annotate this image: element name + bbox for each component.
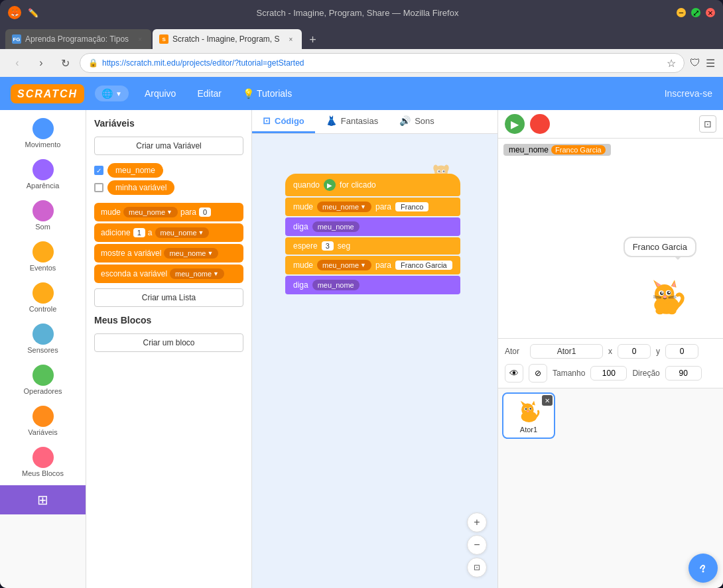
mude1-block[interactable]: mude meu_nome ▼ para Franco [285,198,460,216]
lock-icon: 🔒 [88,58,98,68]
add-sprite-button[interactable] [689,554,718,583]
criar-bloco-button[interactable]: Criar um bloco [94,333,243,352]
zoom-fit-button[interactable]: ⊡ [467,558,487,577]
svg-point-35 [529,408,531,410]
operadores-dot [33,365,54,386]
sidebar-item-meus-blocos[interactable]: Meus Blocos [3,444,83,480]
editar-menu[interactable]: Editar [192,86,227,101]
tab-sons[interactable]: 🔊 Sons [389,110,445,133]
franco-garcia-input[interactable]: Franco Garcia [395,261,452,270]
minha-variavel-checkbox[interactable] [94,183,103,192]
criar-variavel-button[interactable]: Criar uma Variável [94,137,243,155]
forward-button[interactable]: › [32,54,50,72]
bookmark-icon[interactable]: ☆ [667,57,676,70]
categories-list: Movimento Aparência Som Eventos [0,110,86,485]
esconda-block[interactable]: esconda a variável meu_nome ▼ [94,265,243,283]
url-bar[interactable]: 🔒 https://scratch.mit.edu/projects/edito… [80,53,685,73]
sidebar-item-operadores[interactable]: Operadores [3,362,83,398]
ideas-icon: 💡 [243,88,254,99]
language-button[interactable]: 🌐 ▼ [95,86,129,101]
sprite-thumbnail [514,398,544,424]
direcao-label: Direção [632,369,659,378]
franco-input[interactable]: Franco [395,202,428,211]
minimize-button[interactable]: − [677,8,686,17]
title-bar: 🦊 ✏️ Scratch - Imagine, Program, Share —… [0,0,723,25]
scratch-logo: SCRATCH [11,84,84,103]
x-input[interactable] [618,344,651,359]
mostre-block[interactable]: mostre a variável meu_nome ▼ [94,244,243,263]
back-button[interactable]: ‹ [8,54,27,72]
mude-input[interactable]: 0 [199,207,211,217]
sprite-name-label: Ator1 [520,426,537,434]
criar-lista-button[interactable]: Criar uma Lista [94,288,243,307]
svg-point-7 [443,170,445,172]
right-panel: ▶ ⊡ meu_nome Franco Garcia [497,110,723,588]
shield-icon[interactable]: 🛡 [690,57,700,69]
sidebar-item-controle[interactable]: Controle [3,280,83,316]
green-flag-button[interactable]: ▶ [505,114,525,134]
tab-scratch[interactable]: S Scratch - Imagine, Program, S × [153,29,302,49]
adicione-input[interactable]: 1 [133,228,145,237]
sidebar-item-aparencia[interactable]: Aparência [3,156,83,192]
adicione-block[interactable]: adicione 1 a meu_nome ▼ [94,223,243,242]
svg-point-10 [655,284,674,304]
hat-block[interactable]: quando ▶ for clicado [285,174,460,196]
tab-learn-close[interactable]: × [135,34,145,44]
close-button[interactable]: × [706,8,715,17]
tab-scratch-close[interactable]: × [286,34,295,44]
variable-minha-variavel-row: minha variável [94,180,243,195]
tab-fantasias[interactable]: 👗 Fantasias [315,110,389,133]
actor-info: Ator x y 👁 ⊘ Tamanho Direção [498,338,723,388]
mude-block[interactable]: mude meu_nome ▼ para 0 [94,203,243,221]
sidebar-item-eventos[interactable]: Eventos [3,239,83,274]
signup-button[interactable]: Inscreva-se [665,88,712,99]
code-area: ⊡ Código 👗 Fantasias 🔊 Sons [252,110,497,588]
reload-button[interactable]: ↻ [56,54,74,72]
x-label: x [608,347,612,356]
mude2-block[interactable]: mude meu_nome ▼ para Franco Garcia [285,256,460,274]
sprite-delete-button[interactable]: ✕ [542,395,553,406]
aparencia-label: Aparência [27,182,60,190]
espere-input[interactable]: 3 [322,241,334,251]
stage-size-button[interactable]: ⊡ [699,115,716,133]
diga2-block[interactable]: diga meu_nome [285,276,460,294]
sprite-item-ator1[interactable]: ✕ [502,392,555,439]
meu-nome-checkbox[interactable]: ✓ [94,166,103,175]
meu-nome-pill[interactable]: meu_nome [107,163,163,178]
new-tab-button[interactable]: + [303,30,322,49]
tamanho-input[interactable] [590,366,627,381]
size-icon-button[interactable]: ⊘ [529,364,547,382]
sons-label: Sons [415,116,434,126]
tab-learn[interactable]: FG Aprenda Programação: Tipos × [5,29,151,49]
tab-codigo[interactable]: ⊡ Código [252,110,315,133]
arquivo-menu[interactable]: Arquivo [139,86,181,101]
zoom-out-button[interactable]: − [467,535,487,555]
espere-block[interactable]: espere 3 seg [285,237,460,255]
visibility-button[interactable]: 👁 [505,364,523,382]
tutoriais-menu[interactable]: 💡 Tutorials [237,86,297,101]
tab-bar: FG Aprenda Programação: Tipos × S Scratc… [0,25,723,49]
diga1-block[interactable]: diga meu_nome [285,217,460,236]
sidebar-item-som[interactable]: Som [3,198,83,233]
sidebar-item-variaveis[interactable]: Variáveis [3,403,83,439]
y-input[interactable] [665,344,698,359]
block-stack: quando ▶ for clicado mude meu_nome ▼ par… [285,174,460,294]
zoom-in-button[interactable]: + [467,512,487,532]
sidebar-item-movimento[interactable]: Movimento [3,115,83,151]
add-extension-icon[interactable]: ⊞ [37,492,48,508]
maximize-button[interactable]: ⤢ [691,8,700,17]
tab-scratch-label: Scratch - Imagine, Program, S [172,34,279,44]
sidebar-item-sensores[interactable]: Sensores [3,321,83,357]
stop-button[interactable] [530,114,550,134]
fantasias-icon: 👗 [326,115,337,126]
blocks-palette: Variáveis Criar uma Variável ✓ meu_nome … [86,110,252,588]
meus-blocos-title: Meus Blocos [94,315,243,325]
stage-controls: ▶ [505,114,550,134]
actor-label: Ator [505,347,525,356]
speech-text: Franco Garcia [633,242,687,252]
actor-name-input[interactable] [530,344,603,359]
direcao-input[interactable] [665,366,702,381]
svg-point-34 [525,408,527,410]
menu-icon[interactable]: ☰ [706,57,715,70]
minha-variavel-pill[interactable]: minha variável [107,180,174,195]
